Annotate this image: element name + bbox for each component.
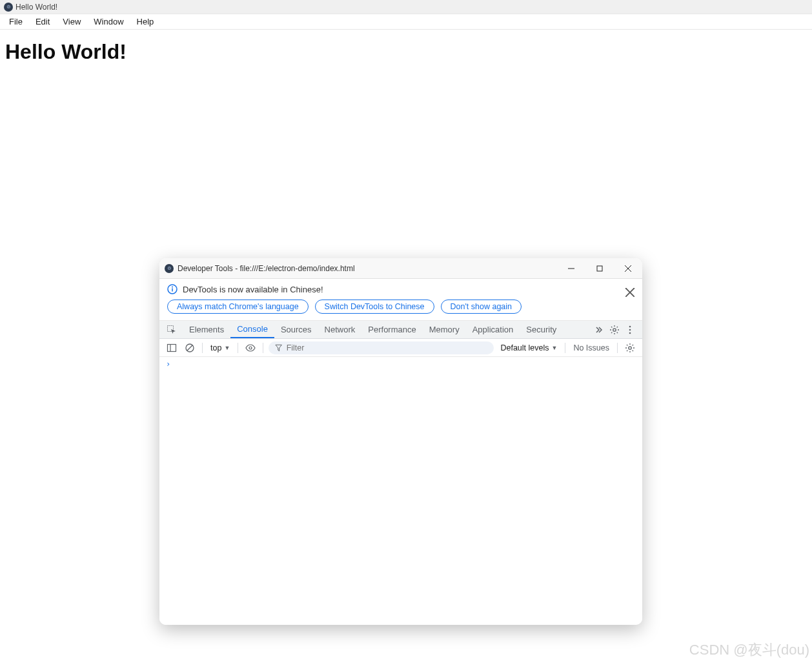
info-close-button[interactable] <box>625 288 634 297</box>
separator <box>238 343 238 353</box>
sidebar-icon <box>167 343 177 353</box>
log-levels-selector[interactable]: Default levels ▼ <box>498 343 560 352</box>
svg-line-34 <box>627 350 627 351</box>
context-label: top <box>210 343 221 352</box>
minimize-button[interactable] <box>557 258 585 279</box>
chevron-down-icon: ▼ <box>224 345 230 351</box>
live-expression-button[interactable] <box>243 341 258 355</box>
svg-rect-22 <box>168 344 176 351</box>
svg-point-20 <box>629 329 631 330</box>
console-settings-button[interactable] <box>623 341 637 355</box>
devtools-tabs: Elements Console Sources Network Perform… <box>183 321 563 338</box>
menu-file[interactable]: File <box>3 15 29 28</box>
filter-wrap[interactable] <box>269 341 494 354</box>
separator <box>263 343 263 353</box>
kebab-icon <box>625 325 635 335</box>
gear-icon <box>609 325 620 335</box>
svg-point-5 <box>172 287 173 288</box>
tab-console[interactable]: Console <box>230 321 274 338</box>
tab-application[interactable]: Application <box>466 321 520 338</box>
dont-show-again-button[interactable]: Don't show again <box>441 300 522 314</box>
devtools-titlebar[interactable]: ⊚ Developer Tools - file:///E:/electron-… <box>159 258 642 279</box>
separator <box>565 343 565 353</box>
gear-icon <box>625 343 635 353</box>
issues-button[interactable]: No Issues <box>571 343 612 352</box>
page-heading: Hello World! <box>5 40 807 64</box>
svg-rect-1 <box>597 266 602 271</box>
always-match-button[interactable]: Always match Chrome's language <box>167 300 309 314</box>
devtools-title: Developer Tools - file:///E:/electron-de… <box>178 264 355 273</box>
svg-line-18 <box>617 327 618 327</box>
app-icon: ⊚ <box>4 3 13 12</box>
svg-line-25 <box>187 345 192 351</box>
close-icon <box>625 288 634 297</box>
svg-line-17 <box>611 332 612 332</box>
menu-help[interactable]: Help <box>130 15 161 28</box>
inspect-icon <box>167 325 177 335</box>
tab-elements[interactable]: Elements <box>183 321 230 338</box>
chevron-down-icon: ▼ <box>551 345 557 351</box>
maximize-button[interactable] <box>585 258 614 279</box>
switch-to-chinese-button[interactable]: Switch DevTools to Chinese <box>315 300 434 314</box>
chevrons-right-icon <box>594 325 604 335</box>
svg-line-32 <box>627 345 627 345</box>
main-titlebar: ⊚ Hello World! <box>0 0 812 14</box>
info-icon <box>167 284 178 294</box>
eye-icon <box>245 343 256 353</box>
svg-point-26 <box>249 347 252 349</box>
devtools-window: ⊚ Developer Tools - file:///E:/electron-… <box>159 258 642 625</box>
info-message: DevTools is now available in Chinese! <box>183 285 323 294</box>
watermark: CSDN @夜斗(dou) <box>689 640 809 660</box>
clear-console-button[interactable] <box>183 341 197 355</box>
devtools-icon: ⊚ <box>165 264 174 273</box>
console-body[interactable]: › <box>159 357 642 625</box>
menubar: File Edit View Window Help <box>0 14 812 30</box>
svg-line-16 <box>617 332 618 332</box>
tab-network[interactable]: Network <box>318 321 362 338</box>
svg-line-35 <box>633 345 633 345</box>
menu-edit[interactable]: Edit <box>29 15 56 28</box>
svg-line-33 <box>633 350 633 351</box>
window-title: Hello World! <box>15 3 57 12</box>
levels-label: Default levels <box>500 343 549 352</box>
clear-icon <box>185 343 195 353</box>
maximize-icon <box>596 265 603 272</box>
tab-security[interactable]: Security <box>520 321 563 338</box>
info-bar: DevTools is now available in Chinese! Al… <box>159 279 642 321</box>
menu-view[interactable]: View <box>56 15 87 28</box>
separator <box>617 343 618 353</box>
svg-line-15 <box>611 327 612 327</box>
toggle-sidebar-button[interactable] <box>165 341 179 355</box>
tab-performance[interactable]: Performance <box>361 321 422 338</box>
close-icon <box>625 265 631 272</box>
context-selector[interactable]: top ▼ <box>208 343 232 352</box>
svg-point-10 <box>613 328 616 330</box>
menu-window[interactable]: Window <box>87 15 130 28</box>
more-tabs-button[interactable] <box>592 323 606 337</box>
tab-memory[interactable]: Memory <box>423 321 466 338</box>
svg-point-19 <box>629 325 631 327</box>
console-toolbar: top ▼ Default levels ▼ No Issues <box>159 339 642 357</box>
close-button[interactable] <box>614 258 642 279</box>
inspect-element-button[interactable] <box>165 323 179 337</box>
tab-sources[interactable]: Sources <box>274 321 318 338</box>
settings-button[interactable] <box>607 323 622 337</box>
tabs-bar: Elements Console Sources Network Perform… <box>159 321 642 339</box>
separator <box>202 343 203 353</box>
minimize-icon <box>568 265 574 272</box>
svg-point-21 <box>629 332 631 334</box>
svg-rect-6 <box>172 289 173 292</box>
filter-input[interactable] <box>287 343 488 352</box>
svg-point-27 <box>629 346 631 349</box>
page-content: Hello World! <box>0 30 812 74</box>
filter-icon <box>275 344 282 352</box>
more-options-button[interactable] <box>623 323 637 337</box>
console-prompt-icon: › <box>166 360 170 369</box>
